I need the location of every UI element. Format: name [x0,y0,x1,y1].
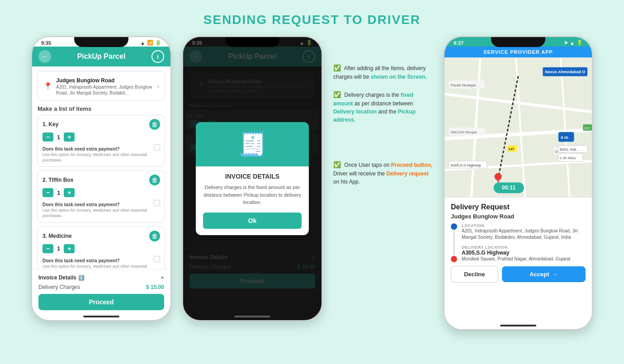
notch-1 [74,37,128,47]
modal-top-2: 🧾 [196,122,309,166]
qty-val-2: 1 [57,189,60,196]
checkbox-2[interactable] [154,200,160,206]
home-indicator-3 [500,325,536,326]
charge-val-1: $ 15.00 [146,284,164,290]
delivery-loc-addr: Mondeal Square, Prahlad Nagar, Ahmedabad… [462,256,586,262]
red-dot [451,256,457,262]
annotation-1: ✅ After adding all the Items, delivery c… [333,63,433,81]
info-button-1[interactable]: i [151,50,164,63]
accept-button[interactable]: Accept → [502,266,586,282]
items-list-1: 1. Key 🗑 − 1 + Does this task need extra… [32,115,170,279]
svg-text:Nexus Ahmedabad O: Nexus Ahmedabad O [545,70,585,74]
app-header-1: ← PickUp Parcel i [32,47,170,66]
delivery-request: Delivery Request Judges Bunglow Road LOC… [444,198,592,288]
section-title-1: Make a list of items [38,105,165,112]
modal-desc-2: Delivery charges is the fixed amount as … [203,184,302,206]
svg-text:4 m: 4 m [561,135,568,140]
arrow-right-icon: → [552,271,558,278]
status-time-3: 9:37 [454,40,463,46]
qty-plus-2[interactable]: + [64,188,75,197]
connector-line [454,230,454,256]
location-icon-1: 📍 [43,82,52,90]
invoice-footer-1: Invoice Details ℹ️ × Delivery Charges $ … [32,269,170,310]
phones-container: 9:35 ▲ 📶 🔋 ← PickUp Parcel i 📍 Judges Bu… [0,36,624,330]
qty-val-1: 1 [57,134,60,141]
location-addr: A201, Indraprasth Appartment, Judges Bun… [462,228,586,241]
annotation-text-1: After adding all the Items, delivery cha… [333,65,427,80]
item-label-3: 3. Medicine [43,233,72,239]
dr-subtitle: Judges Bunglow Road [451,213,586,220]
location-label: LOCATION [462,223,586,228]
wifi-icon-1: ▲ [140,40,145,46]
delivery-loc-label: DELIVERY LOCATION [462,245,586,250]
service-provider-label: SERVICE PROVIDER APP [449,49,587,55]
qty-plus-3[interactable]: + [64,244,75,253]
status-time-1: 9:35 [41,40,51,46]
svg-text:147: 147 [508,147,515,151]
address-text-1: Judges Bunglow Road A201, Indraprasth Ap… [56,76,157,96]
svg-text:A305,S.G Highway: A305,S.G Highway [451,163,481,167]
extra-sub-2: Use this option for Grocery, Medicines a… [43,208,151,218]
extra-label-1: Does this task need extra payment? [43,147,120,151]
annotation-3: ✅ Once User taps on Proceed button, Driv… [333,160,433,186]
notch-3 [491,37,545,47]
annotations-column: ✅ After adding all the Items, delivery c… [333,36,433,186]
dr-location-block: LOCATION A201, Indraprasth Appartment, J… [451,223,586,262]
wifi-icon-3: ▲ [570,40,575,46]
qty-minus-3[interactable]: − [43,244,53,253]
invoice-close-1[interactable]: × [161,274,164,281]
svg-text:Pandit Dindayal: Pandit Dindayal [451,83,476,87]
check-icon-3: ✅ [333,161,341,168]
check-icon-1: ✅ [333,64,341,71]
modal-box-2: 🧾 INVOICE DETAILS Delivery charges is th… [196,122,309,235]
annotation-text-2: Delivery charges is the fixed amount as … [333,92,416,123]
annotation-2: ✅ Delivery charges is the fixed amount a… [333,90,433,124]
map-header: SERVICE PROVIDER APP [444,47,592,57]
svg-text:00:11: 00:11 [502,184,516,191]
modal-ok-button-2[interactable]: Ok [203,213,302,229]
accept-label: Accept [529,271,549,278]
qty-plus-1[interactable]: + [64,132,75,142]
item-row-2: 2. Tiffin Box 🗑 − 1 + Does this task nee… [38,170,165,222]
delete-btn-3[interactable]: 🗑 [149,231,160,241]
annotation-text-3: Once User taps on Proceed button, Driver… [333,162,432,185]
proceed-button-1[interactable]: Proceed [38,294,164,310]
map-svg: Pandit Dindayal Nexus Ahmedabad O ISKCON… [444,57,592,198]
delete-btn-2[interactable]: 🗑 [149,175,160,185]
page-title: SENDING REQUEST TO DRIVER [203,13,421,27]
delete-btn-1[interactable]: 🗑 [149,119,160,130]
svg-text:1.99 Miles: 1.99 Miles [560,156,576,160]
battery-icon-3: 🔋 [577,40,583,46]
dr-title: Delivery Request [451,203,586,211]
extra-sub-1: Use this option for Grocery, Medicines a… [43,152,151,163]
address-card-1[interactable]: 📍 Judges Bunglow Road A201, Indraprasth … [38,71,165,101]
modal-overlay-2: 🧾 INVOICE DETAILS Delivery charges is th… [183,37,321,320]
qty-minus-2[interactable]: − [43,188,53,197]
item-row-1: 1. Key 🗑 − 1 + Does this task need extra… [38,115,165,167]
chevron-icon-1: › [157,82,159,90]
signal-icon-1: 📶 [147,40,153,46]
dr-actions: Decline Accept → [451,266,586,283]
qty-minus-1[interactable]: − [43,132,53,142]
blue-dot [451,223,457,230]
phone-3: 9:37 ➤ ▲ 🔋 SERVICE PROVIDER APP [444,36,593,330]
modal-title-2: INVOICE DETAILS [203,173,302,180]
qty-val-3: 1 [57,245,60,252]
status-icons-1: ▲ 📶 🔋 [140,40,161,46]
back-button-1[interactable]: ← [38,50,51,63]
modal-body-2: INVOICE DETAILS Delivery charges is the … [196,166,309,235]
invoice-title-1: Invoice Details [38,274,76,281]
status-icons-3: ➤ ▲ 🔋 [564,40,583,46]
item-label-2: 2. Tiffin Box [43,177,73,183]
checkbox-1[interactable] [154,144,160,151]
header-title-1: PickUp Parcel [77,52,126,61]
home-indicator-1 [83,316,119,317]
checkbox-3[interactable] [154,256,160,262]
svg-text:A201, Indr...: A201, Indr... [560,147,579,151]
receipt-icon: 🧾 [238,131,266,157]
decline-button[interactable]: Decline [451,266,498,283]
svg-text:222: 222 [584,126,590,130]
invoice-info-icon-1: ℹ️ [78,275,85,281]
extra-label-2: Does this task need extra payment? [43,202,120,207]
phone-2: 9:35 ▲ 🔋 ← PickUp Parcel i 📍 Judges Bung… [182,36,322,321]
